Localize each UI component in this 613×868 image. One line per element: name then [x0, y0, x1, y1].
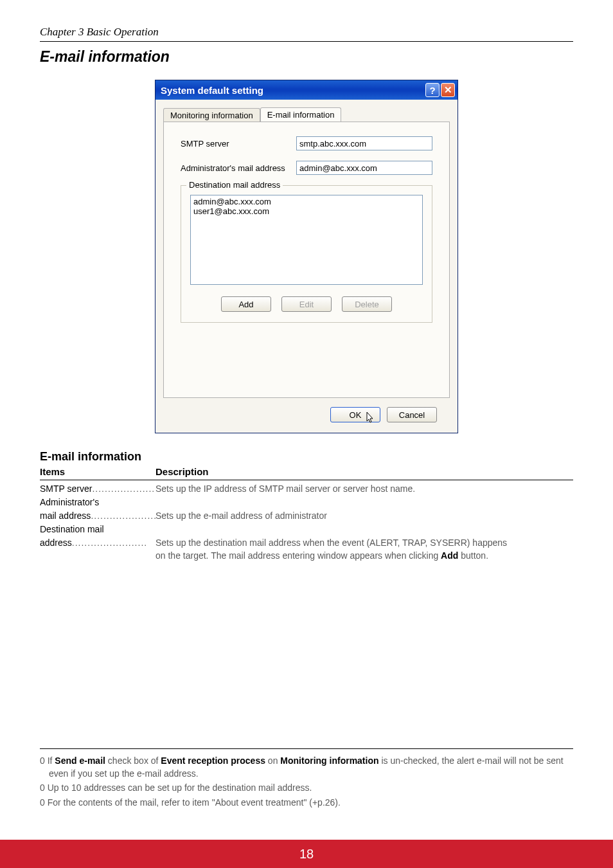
tabs: Monitoring information E-mail informatio… — [163, 106, 450, 122]
smtp-server-input[interactable] — [296, 136, 432, 150]
email-information-subheading: E-mail information — [40, 450, 573, 464]
item-dest-line1: Destination mail — [40, 523, 155, 536]
col-items: Items — [40, 466, 155, 477]
page-number: 18 — [299, 847, 314, 862]
system-default-setting-dialog: System default setting ? ✕ Monitoring in… — [155, 80, 458, 433]
destination-mail-group: Destination mail address admin@abc.xxx.c… — [181, 185, 432, 323]
cursor-icon — [366, 412, 375, 424]
footnotes: 0 If Send e-mail check box of Event rece… — [40, 748, 573, 810]
delete-button: Delete — [342, 296, 392, 312]
dialog-body: Monitoring information E-mail informatio… — [155, 100, 458, 433]
section-title: E-mail information — [40, 48, 573, 66]
add-button[interactable]: Add — [221, 296, 271, 312]
close-button[interactable]: ✕ — [441, 83, 455, 97]
cancel-button[interactable]: Cancel — [387, 407, 437, 422]
tab-monitoring-information[interactable]: Monitoring information — [163, 108, 260, 122]
leader-dots — [72, 538, 147, 548]
tab-panel-email: SMTP server Administrator's mail address… — [163, 122, 450, 398]
item-admin-line2: mail address — [40, 511, 91, 521]
leader-dots — [91, 511, 155, 521]
dialog-titlebar: System default setting ? ✕ — [155, 80, 458, 100]
destination-mail-list[interactable]: admin@abc.xxx.com user1@abc.xxx.com — [190, 195, 423, 285]
item-smtp: SMTP server — [40, 484, 92, 494]
footnote-3: 0 For the contents of the mail, refer to… — [40, 796, 573, 809]
admin-mail-input[interactable] — [296, 161, 432, 175]
footnote-2: 0 Up to 10 addresses can be set up for t… — [40, 781, 573, 794]
table-header: Items Description — [40, 465, 573, 480]
dialog-title: System default setting — [161, 85, 424, 96]
help-button[interactable]: ? — [425, 83, 440, 97]
footnote-1: 0 If Send e-mail check box of Event rece… — [40, 754, 573, 781]
item-dest-line2: address — [40, 538, 72, 548]
desc-dest-line1: Sets up the destination mail address whe… — [155, 537, 573, 549]
chapter-heading: Chapter 3 Basic Operation — [40, 26, 573, 42]
smtp-server-label: SMTP server — [181, 139, 296, 149]
description-table: SMTP server Sets up the IP address of SM… — [40, 483, 573, 562]
destination-mail-legend: Destination mail address — [186, 180, 283, 190]
page-number-bar: 18 — [0, 840, 613, 868]
admin-mail-label: Administrator's mail address — [181, 163, 296, 173]
desc-smtp: Sets up the IP address of SMTP mail serv… — [155, 483, 573, 495]
desc-dest-line2: on the target. The mail address entering… — [155, 550, 573, 562]
leader-dots — [92, 484, 155, 494]
item-admin-line1: Administrator's — [40, 496, 155, 509]
tab-email-information[interactable]: E-mail information — [260, 107, 342, 122]
desc-admin: Sets up the e-mail address of administra… — [155, 510, 573, 522]
edit-button: Edit — [281, 296, 332, 312]
col-description: Description — [155, 466, 209, 477]
